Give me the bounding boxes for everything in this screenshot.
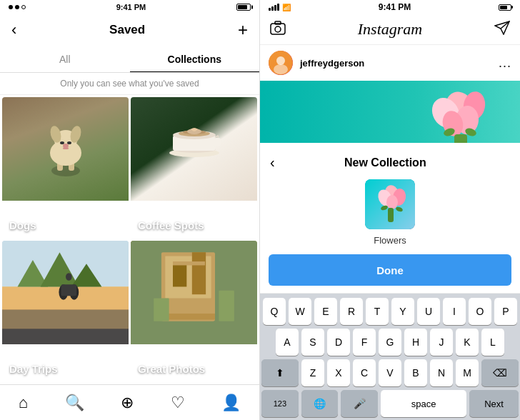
- keyboard-row-2: A S D F G H J K L: [261, 329, 519, 356]
- svg-point-43: [276, 56, 285, 65]
- key-m[interactable]: M: [456, 359, 479, 386]
- key-g[interactable]: G: [379, 329, 401, 356]
- left-panel: 9:41 PM ‹ Saved + All Collections Only y…: [0, 0, 260, 420]
- instagram-nav: Instagram: [260, 14, 520, 45]
- nc-title: New Collection: [275, 156, 496, 169]
- saved-notice: Only you can see what you've saved: [0, 73, 259, 95]
- delete-key[interactable]: ⌫: [481, 359, 519, 386]
- nc-thumbnail-label: Flowers: [374, 235, 406, 246]
- nav-bar-left: ‹ Saved +: [0, 14, 259, 46]
- key-y[interactable]: Y: [391, 298, 414, 325]
- svg-rect-10: [63, 147, 69, 149]
- page-title: Saved: [109, 23, 145, 37]
- dogs-image: [2, 97, 129, 201]
- wifi-icon: 📶: [282, 4, 291, 11]
- status-time-right: 9:41 PM: [379, 2, 411, 12]
- numbers-key[interactable]: 123: [261, 390, 299, 417]
- key-l[interactable]: L: [481, 329, 504, 356]
- status-left-right: 📶: [269, 4, 291, 11]
- camera-icon[interactable]: ⊕: [121, 394, 134, 412]
- ig-send-icon[interactable]: [494, 21, 510, 39]
- collection-greatphotos[interactable]: Great Photos: [131, 241, 257, 382]
- dot1: [9, 5, 13, 9]
- status-bar-right: 📶 9:41 PM: [260, 0, 520, 14]
- key-r[interactable]: R: [340, 298, 363, 325]
- key-o[interactable]: O: [469, 298, 491, 325]
- key-d[interactable]: D: [327, 329, 350, 356]
- key-v[interactable]: V: [379, 359, 401, 386]
- key-c[interactable]: C: [353, 359, 376, 386]
- bar3: [274, 5, 276, 11]
- mic-key[interactable]: 🎤: [341, 390, 378, 417]
- key-t[interactable]: T: [366, 298, 389, 325]
- svg-rect-21: [2, 310, 129, 329]
- key-a[interactable]: A: [276, 329, 299, 356]
- ig-camera-icon[interactable]: [270, 21, 286, 39]
- battery-fill-left: [238, 5, 247, 9]
- space-key[interactable]: space: [381, 390, 466, 417]
- search-icon[interactable]: 🔍: [65, 394, 84, 412]
- key-b[interactable]: B: [404, 359, 427, 386]
- collection-coffee[interactable]: Coffee Spots: [131, 97, 257, 239]
- key-p[interactable]: P: [494, 298, 517, 325]
- post-more-button[interactable]: ...: [499, 56, 511, 71]
- svg-rect-61: [388, 208, 394, 222]
- nc-header: ‹ New Collection: [260, 154, 520, 179]
- key-e[interactable]: E: [314, 298, 337, 325]
- svg-rect-41: [275, 21, 281, 24]
- svg-rect-18: [214, 138, 221, 146]
- dot2: [15, 5, 19, 9]
- key-i[interactable]: I: [443, 298, 466, 325]
- keyboard-row-3: ⬆ Z X C V B N M ⌫: [261, 359, 519, 386]
- right-panel: 📶 9:41 PM Instagram: [260, 0, 520, 420]
- keyboard-row-1: Q W E R T Y U I O P: [261, 298, 519, 325]
- post-header: jeffreydgerson ...: [260, 45, 520, 81]
- key-j[interactable]: J: [430, 329, 453, 356]
- greatphotos-image: [131, 241, 257, 344]
- battery-right: [499, 4, 511, 11]
- key-f[interactable]: F: [353, 329, 376, 356]
- instagram-logo: Instagram: [358, 20, 422, 39]
- svg-point-44: [274, 64, 288, 74]
- nc-back-button[interactable]: ‹: [270, 154, 275, 171]
- battery-body-right: [499, 4, 511, 11]
- svg-point-29: [66, 273, 72, 281]
- post-image: [260, 81, 520, 143]
- profile-icon[interactable]: 👤: [221, 394, 241, 412]
- tabs-row: All Collections: [0, 46, 259, 73]
- back-button[interactable]: ‹: [11, 21, 16, 39]
- greatphotos-label: Great Photos: [138, 363, 205, 375]
- globe-key[interactable]: 🌐: [301, 390, 339, 417]
- shift-key[interactable]: ⬆: [261, 359, 299, 386]
- battery-fill-right: [500, 6, 508, 9]
- dot3: [21, 5, 26, 9]
- key-u[interactable]: U: [417, 298, 440, 325]
- signal-bars: [269, 4, 279, 11]
- home-icon[interactable]: ⌂: [19, 394, 28, 412]
- svg-rect-28: [61, 284, 76, 296]
- avatar: [269, 51, 293, 75]
- key-h[interactable]: H: [404, 329, 427, 356]
- key-n[interactable]: N: [430, 359, 453, 386]
- svg-point-40: [275, 26, 281, 32]
- svg-rect-35: [173, 261, 205, 265]
- keyboard: Q W E R T Y U I O P A S D F G H J K L ⬆ …: [260, 294, 520, 420]
- done-button[interactable]: Done: [269, 254, 511, 286]
- collection-daytrips[interactable]: Day Trips: [2, 241, 129, 382]
- add-button[interactable]: +: [238, 21, 248, 39]
- signal-dots: [9, 5, 26, 9]
- key-k[interactable]: K: [456, 329, 479, 356]
- heart-icon[interactable]: ♡: [171, 394, 185, 412]
- tab-all[interactable]: All: [0, 46, 130, 72]
- key-z[interactable]: Z: [301, 359, 324, 386]
- daytrips-label: Day Trips: [9, 363, 58, 375]
- svg-point-8: [67, 141, 71, 144]
- key-s[interactable]: S: [301, 329, 324, 356]
- collection-dogs[interactable]: Dogs: [2, 97, 129, 239]
- key-q[interactable]: Q: [263, 298, 286, 325]
- next-key[interactable]: Next: [469, 390, 519, 417]
- tab-collections[interactable]: Collections: [130, 46, 260, 72]
- key-x[interactable]: X: [327, 359, 350, 386]
- key-w[interactable]: W: [289, 298, 311, 325]
- status-bar-left: 9:41 PM: [0, 0, 259, 14]
